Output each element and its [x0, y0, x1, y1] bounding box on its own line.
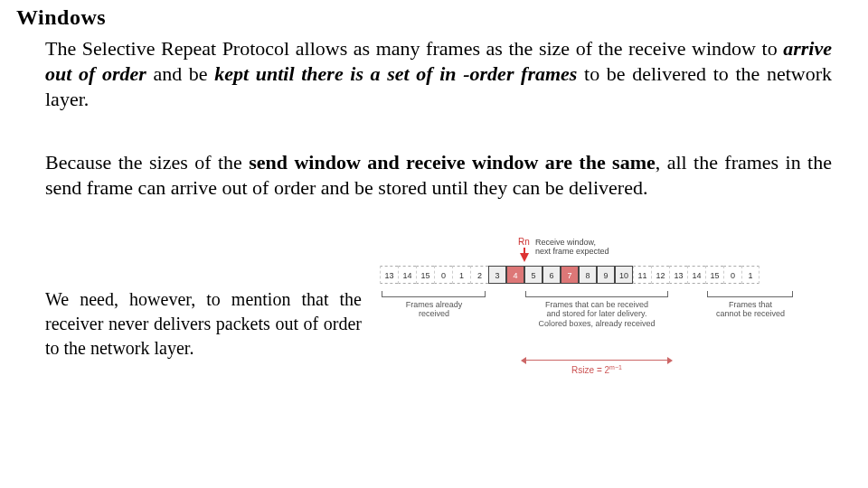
slide: Windows The Selective Repeat Protocol al… — [0, 0, 868, 488]
sequence-row: 131415012345678910111213141501 — [380, 266, 850, 284]
text-run: and be — [146, 62, 214, 85]
rsize-arrow — [524, 360, 669, 361]
sequence-cell: 7 — [561, 266, 579, 284]
sequence-cell: 15 — [705, 266, 723, 284]
sequence-cell: 13 — [380, 266, 398, 284]
rn-label: Rn — [518, 237, 530, 247]
sequence-cell: 2 — [470, 266, 488, 284]
sequence-cell: 1 — [741, 266, 760, 284]
caption-left: Frames already received — [380, 300, 488, 319]
sequence-cell: 10 — [615, 266, 633, 284]
receive-window-label: Receive window, next frame expected — [535, 239, 609, 257]
sequence-cell: 13 — [669, 266, 687, 284]
paragraph-2: Because the sizes of the send window and… — [45, 150, 832, 201]
sequence-cell: 3 — [488, 266, 506, 284]
paragraph-3: We need, however, to mention that the re… — [45, 287, 362, 361]
sequence-cell: 1 — [452, 266, 470, 284]
sequence-cell: 11 — [633, 266, 651, 284]
bracket-middle — [525, 291, 668, 297]
sequence-cell: 12 — [651, 266, 669, 284]
caption-middle-line1: Frames that can be received — [506, 300, 687, 309]
text-run-emph: kept until there is a set of in -order f… — [214, 62, 577, 85]
caption-left-line1: Frames already — [380, 300, 488, 309]
text-run-bold: send window and receive window are the s… — [249, 151, 656, 174]
sequence-cell: 9 — [597, 266, 615, 284]
sequence-cell: 4 — [506, 266, 524, 284]
sequence-cell: 0 — [434, 266, 452, 284]
sequence-cell: 6 — [542, 266, 561, 284]
caption-left-line2: received — [380, 309, 488, 318]
sequence-cell: 14 — [687, 266, 705, 284]
bracket-right — [707, 291, 793, 297]
caption-middle: Frames that can be received and stored f… — [506, 300, 687, 328]
caption-middle-line2: and stored for later delivery. — [506, 309, 687, 318]
receive-window-diagram: Rn Receive window, next frame expected 1… — [380, 253, 850, 416]
rsize-text: Rsize = 2 — [571, 365, 609, 375]
receive-window-label-line2: next frame expected — [535, 248, 609, 257]
sequence-cell: 15 — [416, 266, 434, 284]
section-heading: Windows — [16, 5, 106, 30]
text-run: The Selective Repeat Protocol allows as … — [45, 37, 783, 60]
caption-right: Frames that cannot be received — [696, 300, 805, 319]
rsize-exponent: m−1 — [609, 364, 622, 371]
caption-right-line1: Frames that — [696, 300, 805, 309]
rsize-label: Rsize = 2m−1 — [524, 364, 669, 375]
sequence-cell: 8 — [579, 266, 597, 284]
bracket-left — [382, 291, 486, 297]
sequence-cell: 5 — [524, 266, 542, 284]
caption-middle-line3: Colored boxes, already received — [506, 319, 687, 328]
rsize-indicator: Rsize = 2m−1 — [524, 360, 669, 375]
paragraph-1: The Selective Repeat Protocol allows as … — [45, 36, 832, 112]
sequence-cell: 0 — [723, 266, 741, 284]
sequence-cell: 14 — [398, 266, 416, 284]
rn-arrow-head — [520, 253, 529, 262]
text-run: Because the sizes of the — [45, 151, 249, 174]
caption-right-line2: cannot be received — [696, 309, 805, 318]
